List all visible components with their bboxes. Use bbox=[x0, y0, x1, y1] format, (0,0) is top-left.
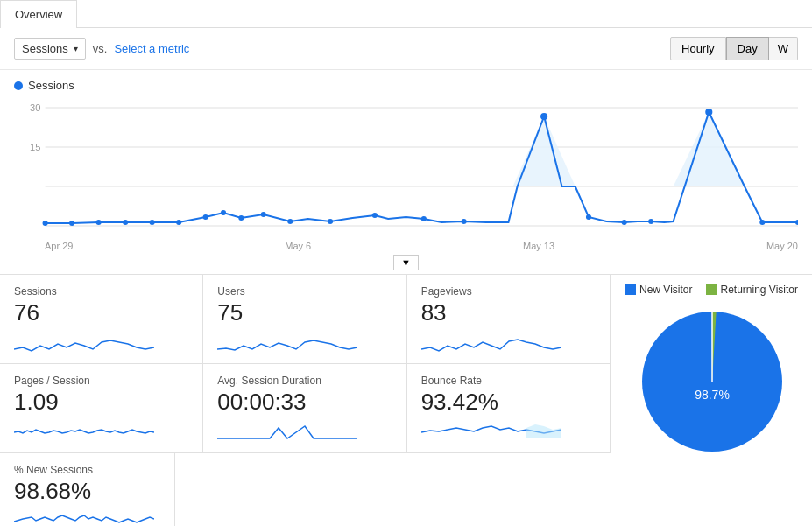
stat-users: Users 75 bbox=[203, 275, 406, 364]
svg-point-23 bbox=[540, 113, 547, 120]
svg-marker-30 bbox=[526, 424, 561, 438]
x-label-may20: May 20 bbox=[766, 241, 798, 251]
stat-bounce-rate-label: Bounce Rate bbox=[421, 375, 596, 387]
stats-row-2: Pages / Session 1.09 Avg. Session Durati… bbox=[0, 364, 611, 453]
stat-new-sessions-sparkline bbox=[14, 508, 160, 526]
stat-sessions: Sessions 76 bbox=[0, 275, 203, 364]
stat-new-sessions: % New Sessions 98.68% bbox=[0, 453, 175, 526]
pie-chart-svg: 98.7% bbox=[633, 303, 791, 460]
stats-section: Sessions 76 Users 75 Pageviews bbox=[0, 274, 812, 526]
chart-svg: 30 15 bbox=[14, 99, 798, 239]
stat-sessions-value: 76 bbox=[14, 299, 188, 326]
hourly-button[interactable]: Hourly bbox=[670, 37, 726, 60]
stat-sessions-label: Sessions bbox=[14, 285, 188, 298]
pie-container: 98.7% bbox=[620, 303, 803, 460]
svg-point-28 bbox=[759, 220, 765, 225]
tab-bar: Overview bbox=[0, 0, 812, 28]
stats-right: New Visitor Returning Visitor 98.7% bbox=[611, 275, 812, 526]
stats-left: Sessions 76 Users 75 Pageviews bbox=[0, 275, 611, 526]
pie-legend: New Visitor Returning Visitor bbox=[620, 284, 803, 296]
legend-dot-icon bbox=[14, 81, 23, 90]
stat-avg-duration-label: Avg. Session Duration bbox=[217, 375, 392, 387]
chart-x-labels: Apr 29 May 6 May 13 May 20 bbox=[14, 241, 798, 251]
svg-point-29 bbox=[795, 220, 798, 225]
stat-users-sparkline bbox=[217, 330, 392, 356]
svg-point-19 bbox=[328, 219, 333, 224]
dropdown-arrow-icon: ▾ bbox=[74, 44, 78, 53]
returning-visitor-label: Returning Visitor bbox=[720, 284, 798, 296]
stat-pageviews-sparkline bbox=[421, 330, 596, 356]
stats-row-1: Sessions 76 Users 75 Pageviews bbox=[0, 275, 611, 364]
stat-new-sessions-value: 98.68% bbox=[14, 478, 160, 505]
stat-users-value: 75 bbox=[217, 299, 392, 326]
chart-legend: Sessions bbox=[14, 79, 798, 92]
stat-users-label: Users bbox=[217, 285, 392, 298]
svg-point-11 bbox=[123, 220, 128, 225]
svg-point-22 bbox=[462, 219, 467, 224]
svg-point-26 bbox=[648, 219, 653, 224]
sessions-label: Sessions bbox=[22, 42, 68, 55]
week-button[interactable]: W bbox=[769, 37, 798, 60]
stat-bounce-rate-sparkline bbox=[421, 419, 596, 445]
stat-avg-duration-sparkline bbox=[217, 419, 392, 445]
svg-point-13 bbox=[176, 220, 181, 225]
x-label-may6: May 6 bbox=[285, 241, 311, 251]
stat-bounce-rate: Bounce Rate 93.42% bbox=[407, 364, 611, 453]
pie-center-label: 98.7% bbox=[695, 388, 730, 402]
stat-pageviews-value: 83 bbox=[421, 299, 596, 326]
vs-text: vs. bbox=[93, 42, 108, 55]
svg-text:15: 15 bbox=[30, 142, 40, 152]
new-visitor-label: New Visitor bbox=[639, 284, 692, 296]
stat-avg-duration-value: 00:00:33 bbox=[217, 389, 392, 416]
pie-legend-returning: Returning Visitor bbox=[706, 284, 798, 296]
svg-point-24 bbox=[586, 214, 591, 220]
svg-text:30: 30 bbox=[30, 102, 40, 113]
svg-point-27 bbox=[705, 109, 712, 116]
scroll-indicator: ▼ bbox=[14, 255, 798, 270]
sessions-dropdown[interactable]: Sessions ▾ bbox=[14, 38, 86, 60]
svg-point-20 bbox=[372, 213, 378, 218]
stat-pageviews: Pageviews 83 bbox=[407, 275, 611, 364]
svg-point-10 bbox=[96, 220, 102, 225]
svg-point-12 bbox=[150, 220, 155, 225]
pie-legend-new: New Visitor bbox=[625, 284, 692, 296]
tab-overview[interactable]: Overview bbox=[0, 0, 77, 28]
day-button[interactable]: Day bbox=[726, 37, 769, 60]
stat-pages-session-value: 1.09 bbox=[14, 389, 188, 416]
svg-point-14 bbox=[203, 214, 208, 220]
svg-point-15 bbox=[221, 210, 226, 215]
select-metric-link[interactable]: Select a metric bbox=[114, 42, 189, 55]
period-buttons: Hourly Day W bbox=[670, 37, 798, 60]
controls-bar: Sessions ▾ vs. Select a metric Hourly Da… bbox=[0, 28, 812, 70]
stat-avg-duration: Avg. Session Duration 00:00:33 bbox=[203, 364, 406, 453]
chart-area: Sessions 30 15 bbox=[0, 70, 812, 270]
returning-visitor-color-box bbox=[706, 284, 717, 295]
svg-point-21 bbox=[421, 216, 427, 221]
svg-point-18 bbox=[287, 219, 293, 224]
svg-point-16 bbox=[238, 215, 244, 221]
stat-pages-session: Pages / Session 1.09 bbox=[0, 364, 203, 453]
stat-sessions-sparkline bbox=[14, 330, 188, 356]
svg-point-8 bbox=[43, 221, 48, 226]
chart-legend-label: Sessions bbox=[28, 79, 74, 92]
stat-pageviews-label: Pageviews bbox=[421, 285, 596, 298]
stats-row-3: % New Sessions 98.68% bbox=[0, 453, 611, 526]
svg-point-17 bbox=[261, 212, 266, 217]
stat-pages-session-sparkline bbox=[14, 419, 188, 445]
x-label-may13: May 13 bbox=[523, 241, 554, 251]
stat-new-sessions-label: % New Sessions bbox=[14, 464, 160, 476]
svg-point-9 bbox=[69, 221, 74, 226]
new-visitor-color-box bbox=[625, 284, 636, 295]
stat-pages-session-label: Pages / Session bbox=[14, 375, 188, 387]
chart-container: 30 15 bbox=[14, 99, 798, 239]
svg-point-25 bbox=[622, 220, 627, 225]
x-label-apr29: Apr 29 bbox=[45, 241, 73, 251]
scroll-button[interactable]: ▼ bbox=[393, 255, 419, 270]
stat-bounce-rate-value: 93.42% bbox=[421, 389, 596, 416]
svg-marker-7 bbox=[674, 112, 745, 186]
